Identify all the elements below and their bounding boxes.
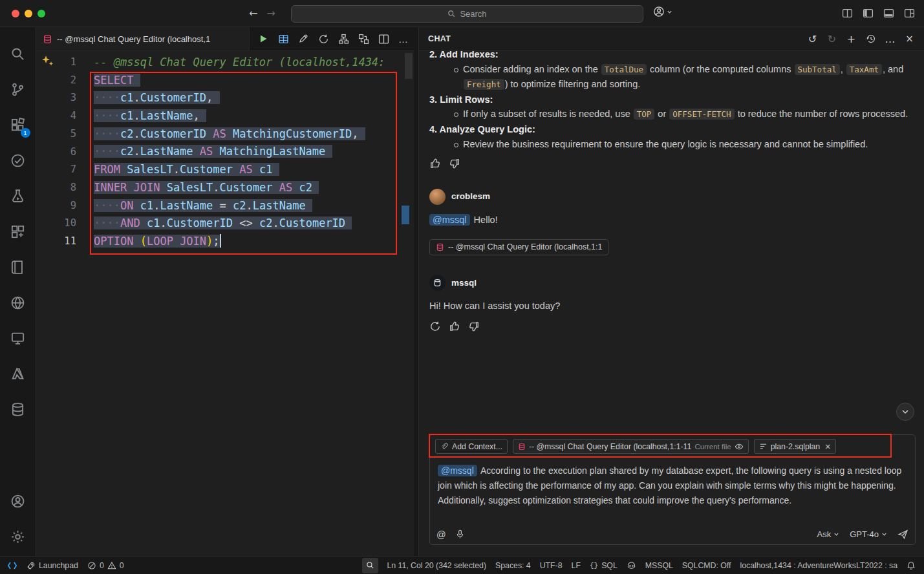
model-picker-dropdown[interactable]: GPT-4o [850, 529, 887, 539]
errors-count: 0 [100, 561, 104, 570]
chat-history-button[interactable] [865, 34, 876, 45]
add-context-button[interactable]: Add Context... [435, 439, 508, 454]
run-query-button[interactable] [257, 33, 269, 45]
close-chat-button[interactable]: × [904, 34, 915, 45]
cursor-position[interactable]: Ln 11, Col 20 (342 selected) [382, 561, 491, 570]
chat-more-button[interactable]: … [885, 34, 896, 45]
thumbs-up-icon[interactable] [429, 158, 441, 169]
eol-sequence[interactable]: LF [567, 561, 585, 570]
sidebar-item-search[interactable] [4, 36, 32, 72]
results-grid-icon[interactable] [277, 33, 289, 45]
mic-icon[interactable] [455, 529, 465, 539]
sidebar-item-notebooks[interactable] [4, 250, 32, 285]
indentation[interactable]: Spaces: 4 [491, 561, 535, 570]
navigate-back-button[interactable]: ← [249, 7, 257, 19]
account-button[interactable] [4, 484, 32, 519]
split-editor-button[interactable] [378, 33, 389, 45]
vertical-scrollbar[interactable] [405, 53, 413, 79]
edit-connection-icon[interactable] [297, 33, 309, 45]
editor[interactable]: 1234567891011 -- @mssql Chat Query Edito… [36, 51, 414, 556]
code-line[interactable]: OPTION (LOOP JOIN); [94, 233, 385, 251]
copilot-status[interactable] [622, 560, 641, 570]
sidebar-item-run-queries[interactable] [4, 178, 32, 214]
launchpad-icon [27, 561, 36, 570]
database-icon [10, 402, 25, 417]
sidebar-item-testing[interactable] [4, 143, 32, 178]
zoom-indicator[interactable] [362, 558, 378, 573]
undo-chat-icon[interactable]: ↺ [807, 34, 818, 45]
eye-icon[interactable] [735, 442, 744, 451]
toggle-panel-icon[interactable] [883, 8, 894, 19]
chevron-down-icon [881, 531, 887, 537]
user-message-header: croblesm [429, 189, 911, 205]
sidebar-item-source-control[interactable] [4, 72, 32, 107]
schema-visualize-icon[interactable] [338, 33, 349, 45]
problems-indicator[interactable]: 0 0 [83, 561, 129, 570]
command-center-search[interactable]: Search [291, 5, 643, 23]
send-icon[interactable] [897, 529, 908, 540]
redo-chat-icon[interactable]: ↻ [826, 34, 837, 45]
thumbs-down-icon[interactable] [449, 158, 460, 169]
code-line[interactable]: FROM SalesLT.Customer AS c1 [94, 161, 385, 179]
code-line[interactable]: ····c2.LastName AS MatchingLastName [94, 143, 385, 161]
code-line[interactable]: -- @mssql Chat Query Editor (localhost,1… [94, 54, 385, 72]
code-line[interactable]: ····AND c1.CustomerID <> c2.CustomerID [94, 215, 385, 233]
paperclip-icon [440, 442, 449, 451]
code-line[interactable]: ····c2.CustomerID AS MatchingCustomerID, [94, 125, 385, 144]
chat-mode-dropdown[interactable]: Ask [817, 529, 840, 539]
code-line[interactable]: SELECT [94, 72, 385, 90]
remote-indicator[interactable] [3, 560, 22, 571]
chat-input-box[interactable]: Add Context... -- @mssql Chat Query Edit… [429, 434, 916, 545]
sidebar-item-azure[interactable] [4, 356, 32, 392]
sidebar-item-github[interactable] [4, 285, 32, 321]
toggle-columns-layout-icon[interactable] [842, 8, 853, 19]
scroll-to-bottom-button[interactable] [896, 403, 914, 421]
minimize-window-button[interactable] [25, 10, 32, 17]
account-menu-button[interactable] [653, 6, 672, 17]
toggle-primary-sidebar-icon[interactable] [863, 8, 874, 19]
inline-code: SubTotal [795, 64, 840, 75]
plan-file-chip[interactable]: plan-2.sqlplan × [754, 439, 837, 454]
warnings-count: 0 [120, 561, 124, 570]
sidebar-item-remote-explorer[interactable] [4, 321, 32, 356]
mssql-status[interactable]: MSSQL [641, 561, 678, 570]
editor-chat-sash[interactable] [414, 27, 419, 556]
connection-status[interactable]: localhost,1434 : AdventureWorksLT2022 : … [735, 561, 902, 570]
code-line[interactable]: ····ON c1.LastName = c2.LastName [94, 197, 385, 215]
account-icon [10, 494, 25, 509]
code-line[interactable]: INNER JOIN SalesLT.Customer AS c2 [94, 179, 385, 197]
notifications-bell[interactable] [902, 561, 920, 570]
more-actions-button[interactable]: … [398, 33, 409, 45]
customize-layout-icon[interactable] [904, 8, 915, 19]
retry-icon[interactable] [429, 321, 441, 332]
mention-chip: @mssql [438, 465, 477, 476]
sidebar-item-blocks[interactable] [4, 214, 32, 250]
refresh-intellisense-icon[interactable] [317, 33, 329, 45]
new-chat-button[interactable]: + [846, 34, 857, 45]
code-line[interactable]: ····c1.CustomerID, [94, 89, 385, 107]
settings-gear-icon [10, 529, 25, 544]
editor-tab[interactable]: -- @mssql Chat Query Editor (localhost,1 [36, 27, 250, 50]
sidebar-item-extensions[interactable]: 1 [4, 107, 32, 143]
editor-region: -- @mssql Chat Query Editor (localhost,1 [36, 27, 414, 556]
mention-button[interactable]: @ [436, 529, 446, 540]
zoom-window-button[interactable] [38, 10, 45, 17]
thumbs-up-icon[interactable] [449, 321, 460, 332]
sidebar-item-database-projects[interactable] [4, 392, 32, 427]
close-window-button[interactable] [12, 10, 19, 17]
language-mode[interactable]: {} SQL [585, 561, 622, 570]
remove-chip-icon[interactable]: × [824, 442, 831, 451]
attached-file-chip[interactable]: -- @mssql Chat Query Editor (localhost,1… [429, 239, 608, 255]
chat-input-text[interactable]: @mssql According to the execution plan s… [430, 458, 915, 508]
search-icon [366, 561, 374, 569]
launchpad-button[interactable]: Launchpad [22, 561, 83, 570]
inline-code: TotalDue [601, 64, 647, 75]
navigate-forward-button[interactable]: → [266, 7, 275, 19]
encoding[interactable]: UTF-8 [535, 561, 567, 570]
sqlcmd-status[interactable]: SQLCMD: Off [678, 561, 736, 570]
code-line[interactable]: ····c1.LastName, [94, 107, 385, 125]
settings-button[interactable] [4, 519, 32, 555]
schema-compare-icon[interactable] [358, 33, 369, 45]
thumbs-down-icon[interactable] [468, 321, 480, 332]
current-file-chip[interactable]: -- @mssql Chat Query Editor (localhost,1… [513, 439, 749, 454]
